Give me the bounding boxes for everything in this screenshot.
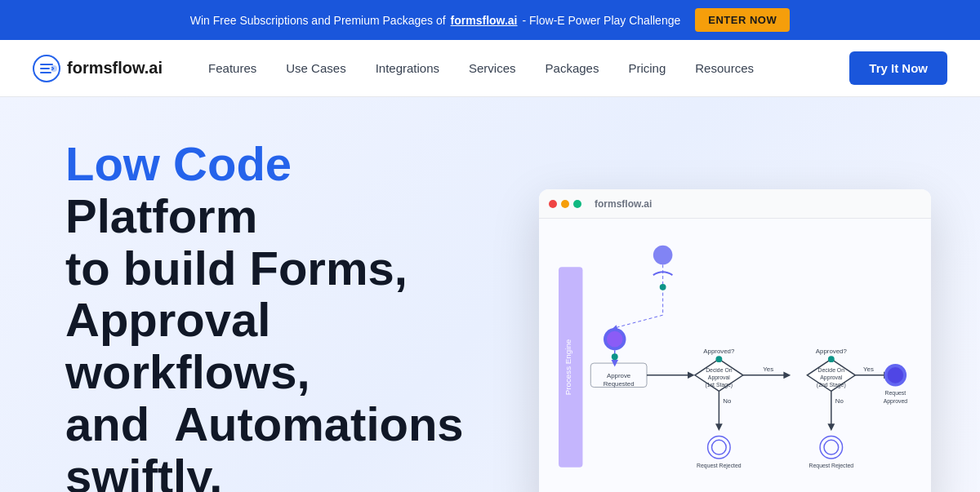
svg-point-21 [708,437,730,459]
svg-text:Approved?: Approved? [703,348,735,356]
diagram-logo: formsflow.ai [595,198,652,210]
svg-text:Decide On: Decide On [706,367,733,373]
nav-use-cases[interactable]: Use Cases [273,55,359,82]
hero-title-rest: Platformto build Forms,Approval workflow… [65,189,464,492]
svg-text:(1st Stage): (1st Stage) [706,382,733,388]
svg-text:No: No [723,397,732,405]
nav-resources[interactable]: Resources [682,55,767,82]
svg-line-42 [615,315,663,328]
hero-title-highlight: Low Code [65,137,292,190]
nav-links: Features Use Cases Integrations Services… [195,55,849,82]
try-it-now-button[interactable]: Try It Now [849,51,947,85]
workflow-diagram: Process Engine Approve Requested [555,235,915,492]
svg-text:Approved: Approved [884,398,908,405]
hero-image: formsflow.ai Process Engine Approve [490,157,915,492]
close-dot [549,200,557,208]
svg-text:No: No [835,397,844,405]
svg-point-32 [820,437,842,459]
maximize-dot [573,200,581,208]
svg-text:(2nd Stage): (2nd Stage) [817,382,846,388]
logo-icon [33,55,60,82]
svg-point-44 [715,357,722,363]
svg-text:Approval: Approval [708,375,731,381]
hero-text: Low Code Platformto build Forms,Approval… [65,138,490,492]
logo[interactable]: formsflow.ai [33,55,163,82]
nav-features[interactable]: Features [195,55,270,82]
svg-text:Requested: Requested [604,380,635,388]
svg-point-6 [607,331,623,348]
svg-text:Request: Request [885,391,906,397]
hero-section: Low Code Platformto build Forms,Approval… [0,97,980,492]
svg-point-43 [660,284,666,290]
svg-text:Yes: Yes [763,366,773,373]
svg-text:Decide On: Decide On [818,367,845,373]
logo-text: formsflow.ai [67,59,163,78]
minimize-dot [561,200,569,208]
banner-text-before: Win Free Subscriptions and Premium Packa… [190,14,446,27]
nav-integrations[interactable]: Integrations [363,55,452,82]
svg-point-33 [824,441,839,455]
svg-point-36 [888,367,904,383]
diagram-titlebar: formsflow.ai [539,189,931,219]
svg-text:Approve: Approve [607,372,631,379]
nav-services[interactable]: Services [456,55,529,82]
svg-point-11 [612,354,618,361]
promo-banner: Win Free Subscriptions and Premium Packa… [0,0,980,40]
diagram-window: formsflow.ai Process Engine Approve [539,189,931,492]
svg-text:Approval: Approval [820,375,843,381]
nav-packages[interactable]: Packages [532,55,612,82]
svg-text:Request Rejected: Request Rejected [809,463,854,469]
svg-point-22 [712,441,727,455]
nav-pricing[interactable]: Pricing [615,55,679,82]
svg-point-45 [828,357,835,363]
svg-text:Request Rejected: Request Rejected [697,463,742,469]
main-nav: formsflow.ai Features Use Cases Integrat… [0,40,980,97]
banner-text-after: - Flow-E Power Play Challenge [523,14,681,27]
svg-point-4 [653,246,673,265]
svg-text:Process Engine: Process Engine [564,339,572,395]
banner-link[interactable]: formsflow.ai [451,14,518,27]
window-controls [549,200,581,208]
diagram-body: Process Engine Approve Requested [539,219,931,492]
hero-title: Low Code Platformto build Forms,Approval… [65,138,490,492]
svg-text:Approved?: Approved? [816,348,848,356]
svg-text:Yes: Yes [863,366,874,373]
banner-cta-button[interactable]: ENTER NOW [695,8,790,32]
